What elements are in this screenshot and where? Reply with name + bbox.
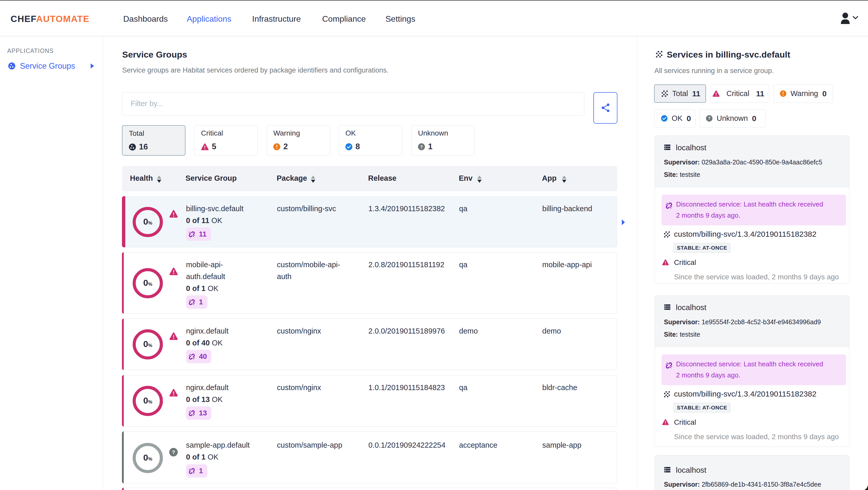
svg-text:?: ?: [708, 116, 711, 121]
svg-text:?: ?: [420, 144, 423, 149]
svg-text:?: ?: [172, 449, 175, 455]
